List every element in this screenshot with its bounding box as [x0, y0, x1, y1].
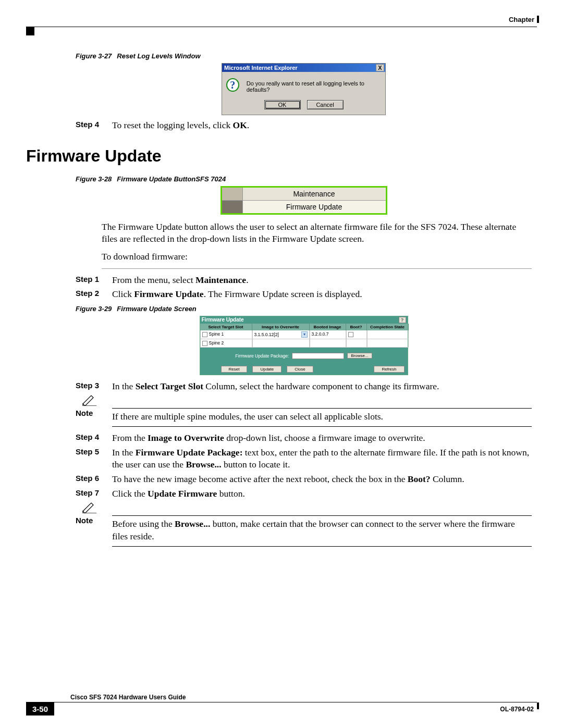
footer: Cisco SFS 7024 Hardware Users Guide 3-50…	[26, 694, 537, 715]
slot-checkbox[interactable]	[202, 332, 207, 337]
section-heading-firmware-update: Firmware Update	[26, 146, 532, 166]
fig27-caption: Figure 3-27Reset Log Levels Window	[76, 52, 532, 60]
fig29-caption: Figure 3-29Firmware Update Screen	[76, 305, 532, 313]
question-icon: ?	[226, 78, 239, 92]
page-number: 3-50	[26, 702, 54, 715]
table-row: Spine 2	[200, 339, 408, 348]
close-button[interactable]: Close	[287, 366, 313, 373]
menu-firmware-update: Firmware Update	[243, 201, 386, 213]
fig28-image: Maintenance Firmware Update	[221, 186, 387, 215]
fig27-titlebar: Microsoft Internet Explorer X	[222, 64, 385, 72]
reset-button[interactable]: Reset	[221, 366, 248, 373]
step4: Step 4 From the Image to Overwrite drop-…	[76, 432, 532, 445]
ok-button[interactable]: OK	[264, 100, 301, 109]
refresh-button[interactable]: Refresh	[374, 366, 404, 373]
browse-button[interactable]: Browse...	[347, 353, 372, 359]
step3: Step 3 In the Select Target Slot Column,…	[76, 380, 532, 393]
rule	[102, 268, 532, 269]
fig27-message: Do you really want to reset all logging …	[247, 78, 381, 93]
chevron-down-icon: ▾	[301, 331, 308, 338]
step5: Step 5 In the Firmware Update Package: t…	[76, 447, 532, 471]
update-button[interactable]: Update	[252, 366, 282, 373]
step6: Step 6 To have the new image become acti…	[76, 473, 532, 486]
fig29-screen: Firmware Update ? Select Target Slot Ima…	[200, 316, 408, 375]
image-overwrite-select[interactable]: 3.1.5.0.12[2] ▾	[252, 330, 310, 339]
footer-title: Cisco SFS 7024 Hardware Users Guide	[70, 694, 537, 701]
note-label: Note	[76, 408, 104, 418]
help-icon[interactable]: ?	[399, 317, 406, 323]
close-icon[interactable]: X	[376, 64, 384, 71]
fig27-dialog: Microsoft Internet Explorer X ? Do you r…	[222, 63, 386, 115]
step4-top: Step 4 To reset the logging levels, clic…	[76, 119, 532, 132]
intro-text: The Firmware Update button allows the us…	[102, 221, 532, 245]
pkg-field[interactable]	[292, 353, 344, 359]
note-text: If there are multiple spine modules, the…	[112, 408, 532, 423]
download-text: To download firmware:	[102, 251, 532, 263]
slot-checkbox[interactable]	[202, 341, 207, 346]
pencil-icon	[76, 502, 104, 516]
pkg-label: Firmware Update Package:	[235, 353, 289, 359]
fig28-caption: Figure 3-28Firmware Update ButtonSFS 702…	[76, 175, 532, 183]
note-text: Before using the Browse... button, make …	[112, 515, 532, 542]
step7: Step 7 Click the Update Firmware button.	[76, 488, 532, 500]
cancel-button[interactable]: Cancel	[307, 100, 344, 109]
doc-id: OL-8794-02	[500, 706, 537, 713]
pencil-icon	[76, 394, 104, 409]
fig29-columns: Select Target Slot Image to Overwrite Bo…	[200, 324, 408, 330]
step2: Step 2 Click Firmware Update. The Firmwa…	[76, 288, 532, 301]
step1: Step 1 From the menu, select Maintenance…	[76, 274, 532, 287]
table-row: Spine 1 3.1.5.0.12[2] ▾ 3.2.0.0.7	[200, 330, 408, 339]
note-label: Note	[76, 515, 104, 526]
menu-maintenance: Maintenance	[243, 188, 386, 200]
boot-checkbox[interactable]	[348, 332, 353, 337]
fig29-title: Firmware Update	[202, 317, 399, 323]
